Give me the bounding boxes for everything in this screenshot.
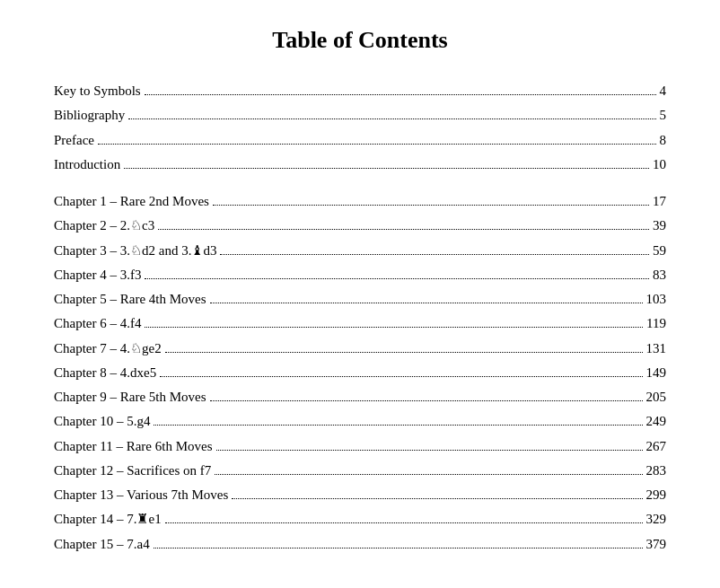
toc-item-label: Key to Symbols: [54, 81, 141, 101]
toc-item-label: Bibliography: [54, 105, 125, 126]
toc-item-label: Chapter 9 – Rare 5th Moves: [54, 387, 206, 408]
toc-item: Bibliography5: [54, 105, 666, 126]
toc-page-number: 249: [646, 411, 667, 432]
toc-item-label: Chapter 3 – 3.♘d2 and 3.♝d3: [54, 241, 216, 261]
toc-dots: [158, 229, 649, 230]
toc-item: Chapter 11 – Rare 6th Moves267: [54, 436, 666, 457]
toc-item-label: Chapter 2 – 2.♘c3: [54, 215, 154, 236]
toc-page-number: 10: [653, 154, 666, 175]
toc-page-number: 39: [653, 215, 666, 236]
toc-item: Chapter 9 – Rare 5th Moves205: [54, 387, 666, 408]
toc-page-number: 8: [660, 130, 667, 151]
toc-dots: [128, 118, 655, 119]
toc-item: Chapter 12 – Sacrifices on f7283: [54, 461, 666, 481]
toc-item: Chapter 8 – 4.dxe5149: [54, 363, 666, 383]
toc-dots: [145, 327, 643, 328]
toc-dots: [124, 168, 649, 169]
toc-dots: [165, 522, 643, 523]
toc-page-number: 83: [653, 265, 666, 285]
toc-page-number: 379: [646, 534, 667, 555]
toc-item-label: Chapter 14 – 7.♜e1: [54, 509, 162, 530]
toc-page-number: 149: [646, 363, 667, 383]
toc-dots: [145, 278, 649, 279]
toc-dots: [154, 548, 643, 549]
toc-page-number: 299: [646, 485, 667, 505]
toc-item-label: Introduction: [54, 154, 120, 175]
toc-page-number: 267: [646, 436, 667, 457]
toc-item-label: Chapter 8 – 4.dxe5: [54, 363, 156, 383]
toc-dots: [165, 352, 643, 353]
toc-item: Chapter 2 – 2.♘c339: [54, 215, 666, 236]
toc-container: Key to Symbols4Bibliography5Preface8Intr…: [54, 81, 666, 555]
toc-section-0: Key to Symbols4Bibliography5Preface8Intr…: [54, 81, 666, 175]
toc-section-1: Chapter 1 – Rare 2nd Moves17Chapter 2 – …: [54, 191, 666, 555]
toc-page-number: 4: [660, 81, 667, 101]
toc-item: Chapter 7 – 4.♘ge2131: [54, 338, 666, 359]
toc-item: Chapter 13 – Various 7th Moves299: [54, 485, 666, 505]
toc-page-number: 5: [660, 105, 667, 126]
toc-item: Key to Symbols4: [54, 81, 666, 101]
toc-item-label: Chapter 11 – Rare 6th Moves: [54, 436, 213, 457]
toc-item: Chapter 6 – 4.f4119: [54, 313, 666, 334]
toc-item-label: Chapter 6 – 4.f4: [54, 313, 141, 334]
toc-dots: [154, 425, 642, 426]
toc-item: Chapter 15 – 7.a4379: [54, 534, 666, 555]
toc-dots: [145, 94, 656, 95]
toc-dots: [213, 205, 649, 206]
toc-page-number: 329: [646, 509, 667, 530]
toc-item: Chapter 14 – 7.♜e1329: [54, 509, 666, 530]
toc-item-label: Chapter 13 – Various 7th Moves: [54, 485, 228, 505]
toc-item: Chapter 1 – Rare 2nd Moves17: [54, 191, 666, 212]
toc-item-label: Preface: [54, 130, 94, 151]
toc-page-number: 17: [653, 191, 666, 212]
toc-page-number: 59: [653, 241, 666, 261]
toc-item-label: Chapter 1 – Rare 2nd Moves: [54, 191, 209, 212]
toc-dots: [232, 498, 642, 499]
toc-page-number: 283: [646, 461, 667, 481]
toc-page-number: 131: [646, 338, 667, 359]
toc-item: Chapter 4 – 3.f383: [54, 265, 666, 285]
page-title: Table of Contents: [54, 27, 666, 54]
toc-item-label: Chapter 15 – 7.a4: [54, 534, 150, 555]
toc-page-number: 103: [646, 289, 667, 310]
toc-item: Chapter 5 – Rare 4th Moves103: [54, 289, 666, 310]
toc-item-label: Chapter 4 – 3.f3: [54, 265, 141, 285]
toc-page-number: 205: [646, 387, 667, 408]
toc-dots: [210, 400, 643, 401]
toc-item-label: Chapter 5 – Rare 4th Moves: [54, 289, 206, 310]
toc-dots: [160, 376, 642, 377]
toc-dots: [98, 144, 656, 145]
toc-item: Introduction10: [54, 154, 666, 175]
toc-item: Preface8: [54, 130, 666, 151]
toc-item: Chapter 3 – 3.♘d2 and 3.♝d359: [54, 241, 666, 261]
toc-item-label: Chapter 7 – 4.♘ge2: [54, 338, 162, 359]
toc-item-label: Chapter 10 – 5.g4: [54, 411, 150, 432]
toc-item: Chapter 10 – 5.g4249: [54, 411, 666, 432]
toc-dots: [216, 450, 643, 451]
toc-item-label: Chapter 12 – Sacrifices on f7: [54, 461, 211, 481]
toc-page-number: 119: [646, 313, 666, 334]
toc-dots: [210, 303, 643, 303]
toc-dots: [220, 254, 649, 255]
toc-dots: [215, 474, 642, 475]
